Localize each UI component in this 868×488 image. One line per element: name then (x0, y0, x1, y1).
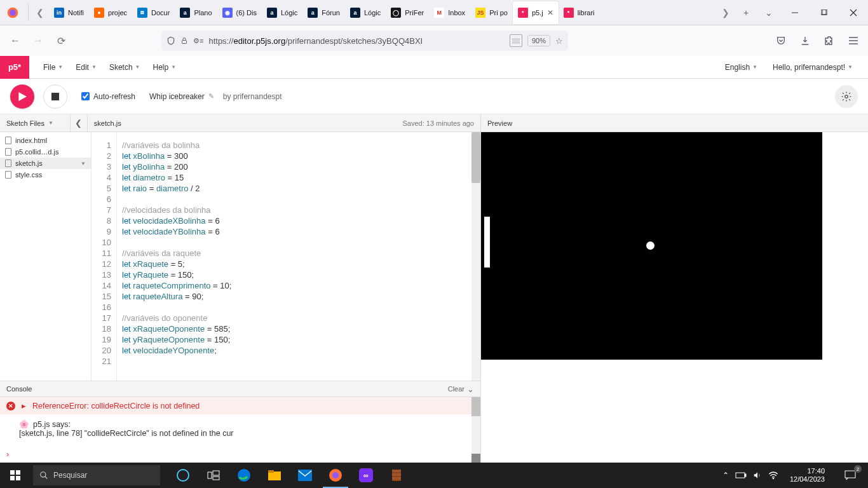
app-cortana[interactable] (168, 463, 198, 488)
window-minimize[interactable] (780, 0, 810, 25)
tab-favicon: ⧈ (137, 8, 147, 18)
tray-volume-icon[interactable] (753, 471, 762, 480)
play-button[interactable] (10, 85, 34, 109)
window-maximize[interactable] (810, 0, 839, 25)
tray-wifi-icon[interactable] (768, 471, 778, 479)
url-box[interactable]: ⚙≡ https://editor.p5js.org/prifernandesp… (161, 30, 568, 51)
tab-label: Docur (151, 9, 170, 17)
browser-tab[interactable]: aFórun (302, 1, 345, 24)
tab-close-icon[interactable]: ✕ (547, 8, 553, 17)
tabs-scroll-left[interactable]: ❮ (31, 0, 49, 25)
console-error-row[interactable]: ✕ ▸ ReferenceError: collideRectCircle is… (0, 397, 480, 414)
app-firefox[interactable] (320, 463, 351, 488)
browser-tab[interactable]: *p5.j✕ (513, 1, 559, 24)
pencil-icon[interactable]: ✎ (208, 92, 214, 100)
console-prompt[interactable]: › (6, 450, 9, 459)
sketch-canvas[interactable] (481, 132, 822, 360)
browser-tab[interactable]: aPlano (175, 1, 217, 24)
settings-gear-button[interactable] (835, 85, 858, 108)
file-item[interactable]: sketch.js▼ (0, 158, 91, 169)
tab-label: Pri po (489, 9, 508, 17)
extensions-icon[interactable] (818, 30, 840, 51)
app-mail[interactable] (290, 463, 320, 488)
p5-menu-file[interactable]: File▼ (38, 60, 68, 74)
browser-tab[interactable]: ●projec (89, 1, 132, 24)
app-explorer[interactable] (259, 463, 290, 488)
error-expand-icon[interactable]: ▸ (22, 401, 26, 410)
tabs-dropdown[interactable]: ⌄ (757, 1, 780, 24)
author-link[interactable]: prifernandespt (233, 92, 282, 101)
app-winrar[interactable] (381, 463, 412, 488)
user-greeting[interactable]: Hello, prifernandespt!▼ (768, 60, 858, 74)
scrollbar-thumb[interactable] (471, 397, 480, 416)
code-content[interactable]: //variáveis da bolinhalet xBolinha = 300… (117, 132, 480, 381)
tab-favicon: a (308, 8, 318, 18)
notifications-button[interactable]: 2 (836, 463, 864, 488)
p5-menu-help[interactable]: Help▼ (147, 60, 181, 74)
back-button[interactable]: ← (4, 29, 27, 52)
browser-titlebar: ❮ inNotifi●projec⧈DocuraPlano◉(6) DisaLó… (0, 0, 868, 25)
file-item[interactable]: p5.collid…d.js (0, 146, 91, 158)
auto-refresh-checkbox[interactable]: Auto-refresh (81, 92, 135, 101)
browser-tab[interactable]: JSPri po (470, 1, 513, 24)
svg-rect-20 (208, 472, 212, 478)
taskbar-clock[interactable]: 17:4012/04/2023 (785, 467, 830, 484)
tabs-scroll-right[interactable]: ❯ (717, 0, 735, 25)
start-button[interactable] (0, 463, 31, 488)
stop-button[interactable] (43, 85, 67, 109)
tab-favicon: JS (475, 8, 485, 18)
browser-tab[interactable]: ⧈Docur (132, 1, 175, 24)
app-purple[interactable]: ∞ (351, 463, 381, 488)
file-item[interactable]: style.css (0, 169, 91, 180)
tab-favicon: in (54, 8, 64, 18)
scrollbar-thumb[interactable] (471, 132, 480, 183)
svg-line-18 (45, 477, 48, 479)
tab-label: (6) Dis (236, 9, 257, 17)
console-scrollbar[interactable] (471, 397, 480, 463)
author-byline: by prifernandespt (223, 92, 282, 101)
reload-button[interactable]: ⟳ (50, 29, 72, 52)
downloads-icon[interactable] (794, 30, 816, 51)
tab-label: Lógic (281, 9, 297, 17)
bookmark-star-icon[interactable]: ☆ (555, 36, 563, 46)
browser-tab[interactable]: ◉(6) Dis (217, 1, 262, 24)
editor-header: Sketch Files▼ ❮ sketch.js Saved: 13 minu… (0, 114, 480, 132)
browser-tab[interactable]: ◯PriFer (386, 1, 429, 24)
pocket-icon[interactable] (770, 30, 792, 51)
svg-rect-13 (10, 470, 15, 475)
tray-chevron-up-icon[interactable]: ⌃ (722, 471, 729, 480)
p5-logo[interactable]: p5* (0, 56, 29, 79)
app-menu-icon[interactable] (843, 30, 864, 51)
browser-tab[interactable]: aLógic (262, 1, 302, 24)
sketch-name[interactable]: Whip icebreaker✎ (149, 92, 214, 101)
reader-mode-icon[interactable] (510, 34, 522, 47)
console-clear[interactable]: Clear ⌄ (448, 384, 474, 394)
app-task-view[interactable] (198, 463, 229, 488)
browser-tab[interactable]: *librari (559, 1, 600, 24)
firefox-icon (0, 0, 25, 25)
collapse-sidebar[interactable]: ❮ (70, 114, 88, 132)
browser-tab[interactable]: MInbox (429, 1, 470, 24)
app-edge[interactable] (229, 463, 259, 488)
browser-tab[interactable]: inNotifi (49, 1, 89, 24)
file-item[interactable]: index.html (0, 135, 91, 146)
scrollbar-arrow-down[interactable] (471, 454, 480, 463)
svg-rect-22 (213, 477, 219, 480)
editor-scrollbar[interactable] (471, 132, 480, 381)
p5-menu-edit[interactable]: Edit▼ (71, 60, 102, 74)
tray-battery-icon[interactable] (735, 472, 747, 478)
forward-button[interactable]: → (27, 29, 50, 52)
zoom-badge[interactable]: 90% (527, 35, 550, 46)
language-selector[interactable]: English▼ (720, 60, 763, 74)
tab-label: librari (578, 9, 595, 17)
preview-column: Preview (481, 114, 868, 463)
p5-menu-sketch[interactable]: Sketch▼ (104, 60, 146, 74)
browser-tab[interactable]: aLógic (345, 1, 386, 24)
file-sidebar: index.htmlp5.collid…d.jssketch.js▼style.… (0, 132, 92, 381)
sketch-files-label[interactable]: Sketch Files▼ (0, 119, 60, 127)
taskbar-search[interactable]: Pesquisar (33, 465, 160, 485)
code-editor[interactable]: 123456789101112131415161718192021 //vari… (92, 132, 480, 381)
window-close[interactable] (839, 0, 868, 25)
tab-label: Fórun (322, 9, 340, 17)
new-tab-button[interactable]: + (735, 1, 757, 24)
